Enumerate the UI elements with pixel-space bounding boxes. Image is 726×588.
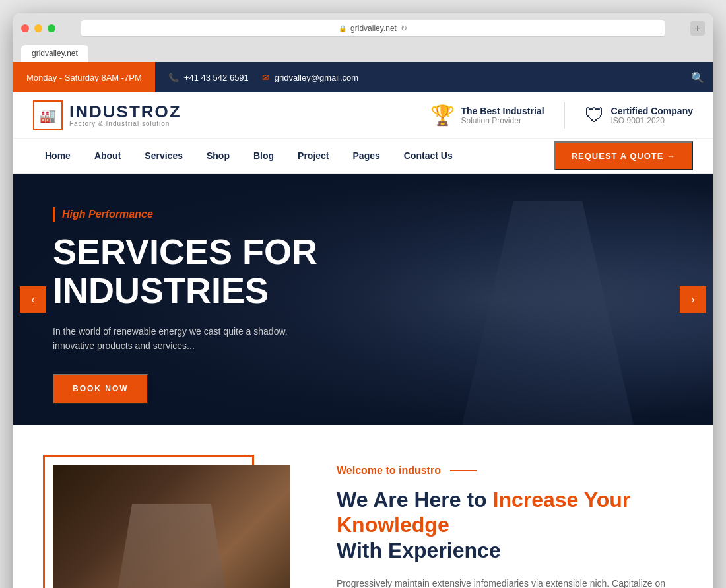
main-nav: Home About Services Shop Blog Project Pa… [13, 139, 713, 174]
email-icon: ✉ [262, 73, 269, 82]
business-hours: Monday - Saturday 8AM -7PM [13, 62, 155, 92]
logo-area[interactable]: 🏭 INDUSTROZ Factory & Industrial solutio… [33, 100, 182, 130]
badge-best-subtitle: Solution Provider [461, 116, 544, 125]
hero-desc-line2: innovative products and services... [53, 339, 343, 353]
hero-title-line1: SERVICES FOR [53, 232, 343, 271]
hero-desc-line1: In the world of renewable energy we cast… [53, 324, 343, 339]
about-title-part1: We Are Here to [337, 488, 487, 511]
lock-icon: 🔒 [339, 25, 346, 32]
top-bar: Monday - Saturday 8AM -7PM 📞 +41 43 542 … [13, 62, 713, 92]
slider-next-button[interactable]: › [680, 286, 706, 313]
browser-window: 🔒 gridvalley.net ↻ + gridvalley.net Mond… [13, 13, 713, 588]
about-image-area: ✦ [53, 465, 304, 588]
browser-controls: 🔒 gridvalley.net ↻ + [21, 20, 705, 37]
about-title: We Are Here to Increase Your Knowledge W… [337, 487, 673, 563]
hours-text: Monday - Saturday 8AM -7PM [26, 73, 142, 82]
badge-best-text: The Best Industrial Solution Provider [461, 106, 544, 125]
expand-dot[interactable] [48, 24, 55, 32]
about-description: Progressively maintain extensive infomed… [337, 576, 673, 588]
email-text: gridvalley@gmail.com [275, 73, 358, 82]
logo-text: INDUSTROZ Factory & Industrial solution [69, 103, 182, 127]
nav-blog[interactable]: Blog [242, 138, 286, 174]
badge-certified: 🛡 Certified Company ISO 9001-2020 [585, 104, 693, 127]
search-button[interactable]: 🔍 [682, 62, 713, 92]
trophy-icon: 🏆 [430, 104, 455, 127]
nav-shop[interactable]: Shop [195, 138, 242, 174]
badge-certified-subtitle: ISO 9001-2020 [611, 116, 693, 125]
hero-label-text: High Performance [62, 209, 153, 220]
badge-best-industrial: 🏆 The Best Industrial Solution Provider [430, 104, 544, 127]
phone-text: +41 43 542 6591 [184, 73, 249, 82]
reload-icon[interactable]: ↻ [401, 24, 407, 33]
hero-label-bar [53, 207, 55, 222]
logo-tagline: Factory & Industrial solution [69, 120, 182, 127]
badge-best-title: The Best Industrial [461, 106, 544, 116]
browser-tab-bar: gridvalley.net [21, 45, 705, 62]
nav-contact[interactable]: Contact Us [392, 138, 465, 174]
about-image: ✦ [53, 465, 290, 588]
nav-about[interactable]: About [82, 138, 133, 174]
browser-chrome: 🔒 gridvalley.net ↻ + gridvalley.net [13, 13, 713, 62]
worker-figure [106, 504, 238, 588]
about-content: Welcome to industro We Are Here to Incre… [337, 465, 673, 588]
badge-certified-text: Certified Company ISO 9001-2020 [611, 106, 693, 125]
site-header: 🏭 INDUSTROZ Factory & Industrial solutio… [13, 92, 713, 139]
request-quote-button[interactable]: REQUEST A QUOTE → [554, 141, 693, 170]
active-tab[interactable]: gridvalley.net [21, 45, 88, 62]
logo-icon: 🏭 [33, 100, 63, 130]
badge-divider [564, 102, 565, 129]
book-now-button[interactable]: BOOK NOW [53, 374, 148, 404]
nav-home[interactable]: Home [33, 138, 82, 174]
hero-description: In the world of renewable energy we cast… [53, 324, 343, 354]
about-label: Welcome to industro [337, 465, 673, 476]
nav-services[interactable]: Services [133, 138, 195, 174]
hero-section: High Performance SERVICES FOR INDUSTRIES… [13, 174, 713, 425]
header-badges: 🏆 The Best Industrial Solution Provider … [430, 102, 694, 129]
close-dot[interactable] [21, 24, 29, 32]
phone-icon: 📞 [168, 73, 179, 82]
nav-pages[interactable]: Pages [341, 138, 392, 174]
hero-title-line2: INDUSTRIES [53, 271, 343, 310]
phone-item[interactable]: 📞 +41 43 542 6591 [168, 73, 249, 82]
address-bar[interactable]: 🔒 gridvalley.net ↻ [81, 20, 665, 37]
about-title-end: With Experience [337, 539, 501, 562]
url-text: gridvalley.net [350, 24, 397, 33]
certified-icon: 🛡 [585, 104, 605, 127]
badge-certified-title: Certified Company [611, 106, 693, 116]
minimize-dot[interactable] [34, 24, 42, 32]
contact-bar: 📞 +41 43 542 6591 ✉ gridvalley@gmail.com [155, 62, 682, 92]
chevron-left-icon: ‹ [31, 294, 34, 306]
new-tab-button[interactable]: + [690, 21, 705, 36]
logo-name: INDUSTROZ [69, 103, 182, 120]
hero-label: High Performance [53, 207, 343, 222]
search-icon: 🔍 [691, 71, 704, 84]
about-label-line [450, 470, 477, 471]
email-item[interactable]: ✉ gridvalley@gmail.com [262, 73, 358, 82]
slider-prev-button[interactable]: ‹ [20, 286, 46, 313]
nav-project[interactable]: Project [286, 138, 341, 174]
chevron-right-icon: › [691, 294, 694, 306]
hero-content: High Performance SERVICES FOR INDUSTRIES… [13, 174, 383, 425]
about-section: ✦ Welcome to industro We Are Here to Inc… [13, 425, 713, 588]
website: Monday - Saturday 8AM -7PM 📞 +41 43 542 … [13, 62, 713, 588]
about-label-text: Welcome to industro [337, 465, 441, 476]
hero-title: SERVICES FOR INDUSTRIES [53, 232, 343, 311]
